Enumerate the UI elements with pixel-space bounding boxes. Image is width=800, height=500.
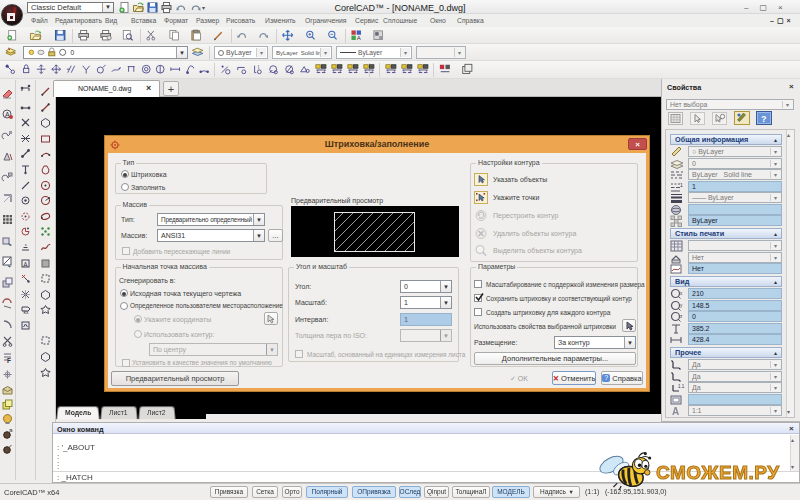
svg-text:A: A — [672, 406, 679, 417]
svg-text:z: z — [680, 314, 683, 319]
svg-text:0: 0 — [70, 49, 74, 56]
svg-text:1: 1 — [680, 182, 683, 188]
svg-text:x: x — [680, 291, 683, 296]
svg-text:?: ? — [761, 114, 767, 124]
svg-text:F: F — [7, 357, 11, 364]
svg-text:kx: kx — [24, 309, 30, 315]
svg-text:A: A — [357, 35, 362, 41]
svg-text:A: A — [23, 260, 28, 267]
svg-text:1.1: 1.1 — [678, 384, 685, 389]
svg-text:y: y — [680, 303, 683, 308]
svg-text:I: I — [258, 64, 259, 70]
